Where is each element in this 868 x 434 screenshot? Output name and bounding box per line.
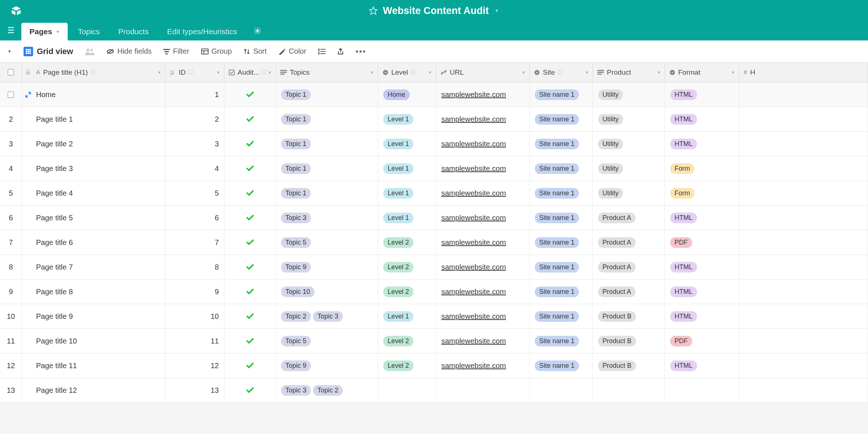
cell-site[interactable]: Site name 1: [530, 353, 593, 378]
cell-topics[interactable]: Topic 5: [276, 329, 378, 353]
filter-button[interactable]: Filter: [163, 47, 189, 56]
cell-level[interactable]: Level 1: [378, 132, 436, 156]
column-header-site[interactable]: Site ⓘ ▼: [530, 63, 593, 82]
expand-record-icon[interactable]: [22, 255, 34, 279]
expand-record-icon[interactable]: [22, 206, 34, 230]
cell-id[interactable]: 6: [166, 206, 224, 230]
cell-level[interactable]: Home: [378, 82, 436, 107]
row-number[interactable]: [0, 82, 22, 107]
table-row[interactable]: 8Page title 78Topic 9Level 2samplewebsit…: [0, 255, 868, 280]
cell-id[interactable]: 3: [166, 132, 224, 156]
cell-url[interactable]: samplewebsite.com: [436, 107, 530, 131]
cell-site[interactable]: [530, 378, 593, 402]
column-header-format[interactable]: Format ▼: [665, 63, 739, 82]
color-button[interactable]: Color: [278, 47, 306, 56]
cell-level[interactable]: Level 1: [378, 181, 436, 205]
cell-format[interactable]: HTML: [665, 82, 739, 107]
cell-level[interactable]: Level 1: [378, 156, 436, 181]
row-number[interactable]: 6: [0, 206, 22, 230]
cell-product[interactable]: [593, 378, 665, 402]
cell-format[interactable]: HTML: [665, 280, 739, 304]
cell-url[interactable]: samplewebsite.com: [436, 280, 530, 304]
cell-audit-checkbox[interactable]: [224, 107, 276, 131]
table-row[interactable]: 4Page title 34Topic 1Level 1samplewebsit…: [0, 156, 868, 181]
cell-level[interactable]: Level 2: [378, 230, 436, 255]
cell-format[interactable]: [665, 378, 739, 402]
select-all-checkbox[interactable]: [0, 63, 22, 82]
expand-record-icon[interactable]: [22, 378, 34, 402]
expand-record-icon[interactable]: [22, 230, 34, 255]
row-number[interactable]: 12: [0, 353, 22, 378]
share-view-icon[interactable]: [337, 48, 344, 55]
cell-page-title[interactable]: Page title 4: [34, 181, 166, 205]
cell-id[interactable]: 9: [166, 280, 224, 304]
table-tab[interactable]: Products: [110, 23, 157, 40]
cell-format[interactable]: PDF: [665, 329, 739, 353]
column-menu-caret-icon[interactable]: ▼: [268, 70, 272, 75]
cell-product[interactable]: Product B: [593, 353, 665, 378]
column-menu-caret-icon[interactable]: ▼: [657, 70, 661, 75]
cell-topics[interactable]: Topic 9: [276, 255, 378, 279]
cell-site[interactable]: Site name 1: [530, 280, 593, 304]
row-number[interactable]: 10: [0, 304, 22, 328]
expand-record-icon[interactable]: [22, 156, 34, 181]
cell-product[interactable]: Product A: [593, 230, 665, 255]
cell-id[interactable]: 8: [166, 255, 224, 279]
cell-level[interactable]: Level 1: [378, 304, 436, 328]
column-header-url[interactable]: URL ▼: [436, 63, 530, 82]
column-menu-caret-icon[interactable]: ▼: [522, 70, 526, 75]
cell-product[interactable]: Product A: [593, 255, 665, 279]
cell-topics[interactable]: Topic 3: [276, 206, 378, 230]
cell-id[interactable]: 5: [166, 181, 224, 205]
expand-record-icon[interactable]: [22, 353, 34, 378]
cell-product[interactable]: Utility: [593, 181, 665, 205]
cell-h[interactable]: [739, 132, 868, 156]
view-switcher-caret-icon[interactable]: ▼: [7, 49, 12, 54]
column-menu-caret-icon[interactable]: ▼: [216, 70, 220, 75]
cell-audit-checkbox[interactable]: [224, 280, 276, 304]
app-logo-icon[interactable]: [10, 6, 22, 16]
add-table-button[interactable]: [252, 26, 263, 36]
cell-id[interactable]: 2: [166, 107, 224, 131]
cell-h[interactable]: [739, 255, 868, 279]
cell-h[interactable]: [739, 230, 868, 255]
cell-h[interactable]: [739, 304, 868, 328]
table-row[interactable]: 12Page title 1112Topic 9Level 2sampleweb…: [0, 353, 868, 378]
column-menu-caret-icon[interactable]: ▼: [428, 70, 432, 75]
row-number[interactable]: 8: [0, 255, 22, 279]
cell-product[interactable]: Utility: [593, 132, 665, 156]
column-header-h[interactable]: # H: [739, 63, 868, 82]
cell-format[interactable]: HTML: [665, 304, 739, 328]
cell-h[interactable]: [739, 107, 868, 131]
cell-level[interactable]: Level 2: [378, 353, 436, 378]
row-number[interactable]: 5: [0, 181, 22, 205]
table-row[interactable]: 13Page title 1213Topic 3Topic 2: [0, 378, 868, 403]
cell-topics[interactable]: Topic 9: [276, 353, 378, 378]
cell-product[interactable]: Product A: [593, 206, 665, 230]
cell-page-title[interactable]: Page title 12: [34, 378, 166, 402]
cell-topics[interactable]: Topic 5: [276, 230, 378, 255]
table-row[interactable]: 3Page title 23Topic 1Level 1samplewebsit…: [0, 132, 868, 156]
cell-format[interactable]: HTML: [665, 107, 739, 131]
row-number[interactable]: 9: [0, 280, 22, 304]
collaborators-icon[interactable]: [85, 48, 95, 55]
expand-record-icon[interactable]: [22, 280, 34, 304]
cell-product[interactable]: Utility: [593, 107, 665, 131]
row-number[interactable]: 4: [0, 156, 22, 181]
cell-audit-checkbox[interactable]: [224, 255, 276, 279]
cell-format[interactable]: HTML: [665, 206, 739, 230]
table-row[interactable]: 5Page title 45Topic 1Level 1samplewebsit…: [0, 181, 868, 206]
expand-record-icon[interactable]: [22, 329, 34, 353]
cell-page-title[interactable]: Page title 1: [34, 107, 166, 131]
hide-fields-button[interactable]: Hide fields: [106, 47, 152, 56]
expand-record-icon[interactable]: [22, 82, 34, 107]
menu-hamburger-icon[interactable]: ☰: [7, 26, 15, 35]
cell-site[interactable]: Site name 1: [530, 206, 593, 230]
cell-id[interactable]: 7: [166, 230, 224, 255]
cell-page-title[interactable]: Page title 9: [34, 304, 166, 328]
cell-id[interactable]: 4: [166, 156, 224, 181]
cell-site[interactable]: Site name 1: [530, 230, 593, 255]
cell-id[interactable]: 13: [166, 378, 224, 402]
cell-url[interactable]: samplewebsite.com: [436, 181, 530, 205]
cell-h[interactable]: [739, 82, 868, 107]
